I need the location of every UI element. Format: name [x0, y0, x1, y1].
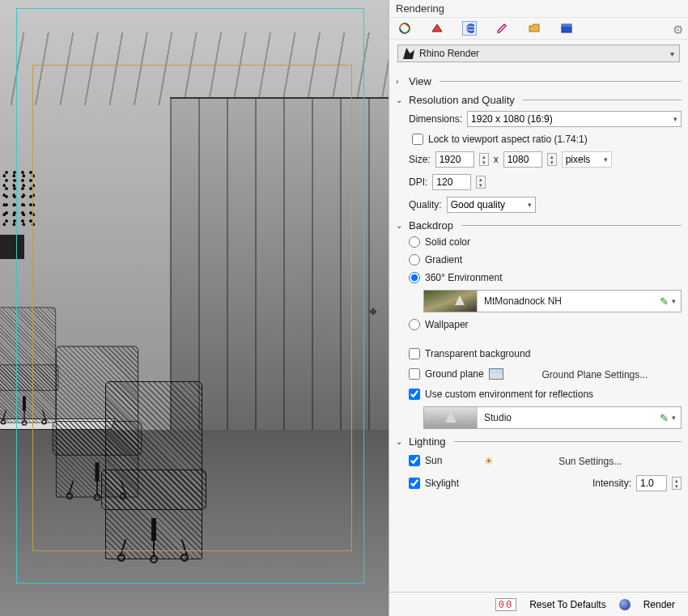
rendering-panel: Rendering ⚙ Rhino Render ▾ › View ⌄ [389, 0, 688, 616]
panel-title: Rendering [389, 0, 688, 17]
lock-aspect-checkbox[interactable] [412, 134, 423, 145]
environment-thumbnail [424, 291, 478, 312]
lock-aspect-label: Lock to viewport aspect ratio (1.74:1) [428, 134, 588, 145]
materials-icon[interactable] [397, 21, 412, 36]
environment-icon[interactable] [462, 21, 477, 36]
custom-reflections-checkbox[interactable] [409, 389, 420, 400]
dpi-stepper[interactable]: ▴▾ [476, 176, 486, 189]
viewport-3d[interactable]: ⌖ [0, 0, 389, 616]
backdrop-gradient-radio[interactable] [409, 254, 420, 266]
svg-point-1 [466, 23, 474, 33]
backdrop-wallpaper-label: Wallpaper [425, 319, 469, 330]
section-view-title: View [409, 75, 431, 87]
open-folder-icon[interactable] [527, 21, 541, 36]
dimensions-select[interactable] [467, 111, 682, 127]
intensity-input[interactable] [636, 475, 667, 491]
ground-plane-label: Ground plane [425, 368, 484, 380]
quality-label: Quality: [409, 199, 442, 210]
skylight-checkbox[interactable] [409, 478, 420, 489]
transparent-bg-label: Transparent background [425, 348, 530, 359]
edit-icon[interactable] [495, 21, 509, 36]
section-backdrop-header[interactable]: ⌄ Backdrop [396, 219, 682, 232]
sun-label: Sun [425, 455, 442, 466]
size-height-input[interactable] [503, 151, 542, 168]
reflection-env-thumbnail [424, 407, 478, 428]
size-units-select[interactable] [562, 151, 612, 168]
edit-environment-icon[interactable]: ✎ [656, 295, 672, 308]
render-sphere-icon [619, 599, 631, 610]
environment-picker[interactable]: MtMonadnock NH ✎ ▾ [423, 290, 682, 312]
ground-plane-settings-button[interactable]: Ground Plane Settings... [508, 366, 682, 382]
dimensions-label: Dimensions: [409, 113, 462, 125]
backdrop-wallpaper-radio[interactable] [409, 319, 420, 330]
section-lighting-title: Lighting [409, 435, 446, 448]
intensity-stepper[interactable]: ▴▾ [672, 477, 682, 490]
render-window-icon[interactable] [559, 21, 574, 36]
size-label: Size: [409, 154, 431, 165]
svg-rect-4 [562, 24, 571, 27]
dpi-input[interactable] [432, 174, 471, 190]
size-sep: x [494, 154, 499, 165]
chevron-down-icon: ⌄ [396, 437, 404, 446]
cursor-icon: ⌖ [369, 304, 377, 321]
reset-defaults-button[interactable]: Reset To Defaults [526, 597, 609, 613]
section-resq-title: Resolution and Quality [409, 94, 515, 106]
chevron-right-icon: › [396, 77, 404, 86]
backdrop-gradient-label: Gradient [425, 254, 462, 266]
reflection-env-name: Studio [478, 412, 656, 423]
backdrop-solid-radio[interactable] [409, 236, 420, 248]
custom-reflections-label: Use custom environment for reflections [425, 389, 593, 400]
dpi-label: DPI: [409, 176, 427, 188]
safe-frame-inner [32, 65, 352, 551]
rhino-logo-icon [403, 48, 414, 59]
section-lighting-header[interactable]: ⌄ Lighting [396, 435, 682, 448]
ground-plane-icon [489, 368, 503, 380]
size-height-stepper[interactable]: ▴▾ [547, 153, 557, 166]
backdrop-env-label: 360° Environment [425, 272, 503, 283]
size-width-stepper[interactable]: ▴▾ [479, 153, 489, 166]
chevron-down-icon: ⌄ [396, 96, 404, 104]
sun-checkbox[interactable] [409, 455, 420, 466]
size-width-input[interactable] [435, 151, 474, 168]
progress-counter: 00 [495, 598, 516, 611]
skylight-label: Skylight [425, 478, 459, 489]
section-backdrop-title: Backdrop [409, 219, 453, 232]
chevron-down-icon: ▾ [670, 49, 674, 58]
transparent-bg-checkbox[interactable] [409, 348, 420, 359]
panel-scroll[interactable]: › View ⌄ Resolution and Quality Dimensio… [389, 67, 688, 592]
reflection-environment-picker[interactable]: Studio ✎ ▾ [423, 406, 682, 429]
edit-reflection-env-icon[interactable]: ✎ [656, 412, 672, 424]
panel-options-icon[interactable]: ⚙ [673, 23, 683, 37]
libraries-icon[interactable] [430, 21, 444, 36]
backdrop-solid-label: Solid color [425, 236, 470, 248]
section-resq-header[interactable]: ⌄ Resolution and Quality [396, 94, 682, 106]
backdrop-env-radio[interactable] [409, 272, 420, 283]
environment-name: MtMonadnock NH [478, 295, 656, 307]
sun-settings-button[interactable]: Sun Settings... [499, 452, 682, 469]
renderer-name: Rhino Render [419, 48, 479, 59]
intensity-label: Intensity: [592, 478, 631, 489]
current-renderer-select[interactable]: Rhino Render ▾ [397, 45, 680, 62]
sun-icon: ☀ [484, 455, 494, 467]
chevron-down-icon: ⌄ [396, 221, 404, 230]
render-toolbar: ⚙ [389, 17, 688, 40]
panel-footer: 00 Reset To Defaults Render [389, 592, 688, 616]
render-button[interactable]: Render [640, 597, 678, 613]
quality-select[interactable] [447, 197, 536, 213]
chevron-down-icon[interactable]: ▾ [672, 297, 681, 305]
chevron-down-icon[interactable]: ▾ [672, 414, 681, 422]
ground-plane-checkbox[interactable] [409, 368, 420, 380]
section-view-header[interactable]: › View [396, 75, 682, 87]
